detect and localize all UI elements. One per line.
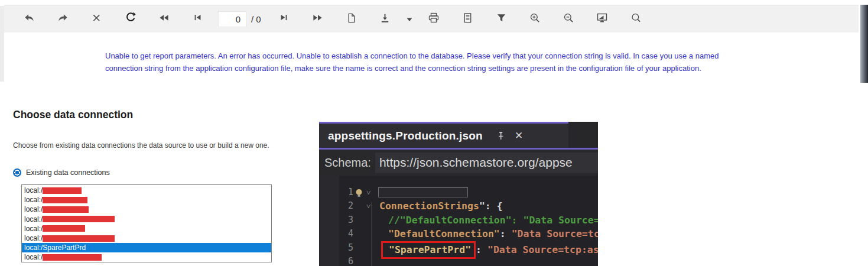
schema-url-dropdown[interactable]: https://json.schemastore.org/appse bbox=[375, 153, 598, 173]
zoom-out-icon bbox=[563, 12, 574, 26]
tab-close-icon[interactable]: ✕ bbox=[515, 129, 523, 142]
viewer-left-border bbox=[0, 6, 4, 82]
filter-button[interactable] bbox=[485, 7, 518, 31]
download-icon bbox=[379, 12, 391, 26]
printer-icon bbox=[428, 12, 440, 26]
page-title: Choose data connection bbox=[13, 109, 133, 121]
editor-tab-strip: appsettings.Production.json ✕ bbox=[319, 122, 598, 148]
list-item[interactable]: local:/ bbox=[22, 215, 271, 224]
fast-forward-icon bbox=[312, 12, 323, 26]
list-item[interactable]: local:/ bbox=[22, 205, 271, 214]
connection-prefix: local:/ bbox=[24, 186, 43, 194]
tab-appsettings-production[interactable]: appsettings.Production.json ✕ bbox=[319, 122, 568, 148]
new-document-icon bbox=[346, 12, 357, 26]
pin-icon[interactable] bbox=[497, 131, 505, 141]
redaction-bar bbox=[43, 235, 115, 242]
print-button[interactable] bbox=[417, 7, 451, 31]
page-total-label: / 0 bbox=[251, 14, 261, 24]
code-line-4: 4 "DefaultConnection": "Data Source=tcp bbox=[319, 227, 598, 241]
connection-prefix: local:/ bbox=[24, 196, 43, 204]
json-key: ConnectionStrings bbox=[379, 200, 479, 212]
selection-box bbox=[378, 187, 468, 197]
back-icon bbox=[24, 12, 35, 26]
monitor-icon bbox=[596, 12, 608, 26]
document-text-icon bbox=[462, 12, 473, 26]
page-setup-button[interactable] bbox=[451, 7, 485, 31]
refresh-button[interactable] bbox=[113, 7, 147, 31]
schema-bar: Schema: https://json.schemastore.org/app… bbox=[319, 150, 598, 176]
rewind-button[interactable] bbox=[147, 7, 181, 31]
download-button[interactable] bbox=[368, 7, 402, 31]
list-item-selected[interactable]: local:/SparePartPrd bbox=[22, 243, 271, 252]
line-number: 4 bbox=[339, 227, 353, 241]
json-value: "Data Source=tcp:asql bbox=[487, 244, 598, 255]
close-icon bbox=[91, 12, 102, 26]
wizard-description: Choose from existing data connections th… bbox=[13, 141, 269, 150]
connection-name: SparePartPrd bbox=[43, 244, 86, 252]
page-navigation: / 0 bbox=[218, 11, 264, 27]
code-line-2: 2 ˅ ConnectionStrings": { bbox=[319, 199, 598, 213]
filter-funnel-icon bbox=[496, 12, 507, 26]
fit-page-button[interactable] bbox=[586, 7, 619, 31]
json-comment: //"DefaultConnection": "Data Source=a bbox=[388, 215, 598, 226]
list-item[interactable]: local:/ bbox=[22, 186, 271, 195]
connection-prefix: local:/ bbox=[24, 205, 43, 213]
new-document-button[interactable] bbox=[334, 7, 368, 31]
last-page-button[interactable] bbox=[267, 7, 301, 31]
list-item[interactable]: local:/ bbox=[22, 233, 271, 243]
connection-prefix: local:/ bbox=[24, 244, 43, 252]
line-number: 1 bbox=[339, 186, 353, 199]
json-value: "Data Source=tcp bbox=[512, 228, 598, 239]
search-button[interactable] bbox=[619, 7, 653, 31]
line-number: 2 bbox=[339, 199, 353, 213]
list-item[interactable]: local:/ bbox=[22, 252, 271, 262]
line-number: 3 bbox=[339, 213, 353, 227]
vertical-scrollbar[interactable] bbox=[860, 5, 868, 83]
code-line-5: 5 "SparePartPrd": "Data Source=tcp:asql bbox=[319, 241, 598, 255]
search-icon bbox=[630, 12, 642, 26]
back-button[interactable] bbox=[12, 7, 46, 31]
code-line-3: 3 //"DefaultConnection": "Data Source=a bbox=[319, 213, 598, 227]
zoom-out-button[interactable] bbox=[552, 7, 586, 31]
existing-connections-radio[interactable]: Existing data connections bbox=[13, 168, 110, 177]
page-number-input[interactable] bbox=[218, 11, 246, 27]
zoom-in-icon bbox=[529, 12, 541, 26]
report-toolbar: / 0 bbox=[4, 5, 859, 33]
code-editor-panel: appsettings.Production.json ✕ Schema: ht… bbox=[319, 122, 598, 266]
json-punctuation: : bbox=[476, 244, 487, 255]
first-page-icon bbox=[193, 12, 203, 25]
data-connections-listbox[interactable]: local:/ local:/ local:/ local:/ local:/ … bbox=[21, 184, 272, 262]
radio-selected-icon[interactable] bbox=[13, 168, 21, 177]
code-area: 1 ˅ 2 ˅ ConnectionStrings": { 3 //"Defau… bbox=[319, 176, 598, 266]
forward-button[interactable] bbox=[46, 7, 80, 31]
last-page-icon bbox=[278, 12, 289, 25]
json-key: "DefaultConnection" bbox=[388, 228, 500, 239]
zoom-in-button[interactable] bbox=[518, 7, 552, 31]
code-line-6: 6 bbox=[319, 255, 598, 266]
connection-prefix: local:/ bbox=[24, 215, 43, 223]
download-options-button[interactable] bbox=[402, 7, 417, 31]
fold-chevron-icon[interactable]: ˅ bbox=[366, 199, 370, 213]
connection-prefix: local:/ bbox=[24, 253, 43, 261]
fast-forward-button[interactable] bbox=[301, 7, 334, 31]
json-punctuation: : bbox=[500, 228, 512, 239]
cancel-button[interactable] bbox=[80, 7, 113, 31]
list-item[interactable]: local:/ bbox=[22, 224, 271, 233]
report-viewer: / 0 bbox=[0, 5, 868, 83]
radio-label: Existing data connections bbox=[26, 168, 110, 177]
redaction-bar bbox=[43, 225, 85, 232]
redaction-bar bbox=[43, 216, 115, 222]
rewind-icon bbox=[158, 12, 170, 26]
connection-prefix: local:/ bbox=[24, 225, 43, 233]
line-number: 6 bbox=[339, 255, 353, 266]
list-item[interactable]: local:/ bbox=[22, 195, 271, 205]
redaction-bar bbox=[43, 187, 82, 194]
report-error-message: Unable to get report parameters. An erro… bbox=[105, 50, 750, 74]
redaction-bar bbox=[43, 197, 87, 203]
json-punctuation: ": { bbox=[479, 200, 503, 212]
first-page-button[interactable] bbox=[181, 7, 214, 31]
fold-chevron-icon[interactable]: ˅ bbox=[366, 186, 370, 199]
connection-prefix: local:/ bbox=[24, 234, 43, 242]
redaction-bar bbox=[43, 206, 89, 213]
chevron-down-icon bbox=[407, 14, 412, 24]
